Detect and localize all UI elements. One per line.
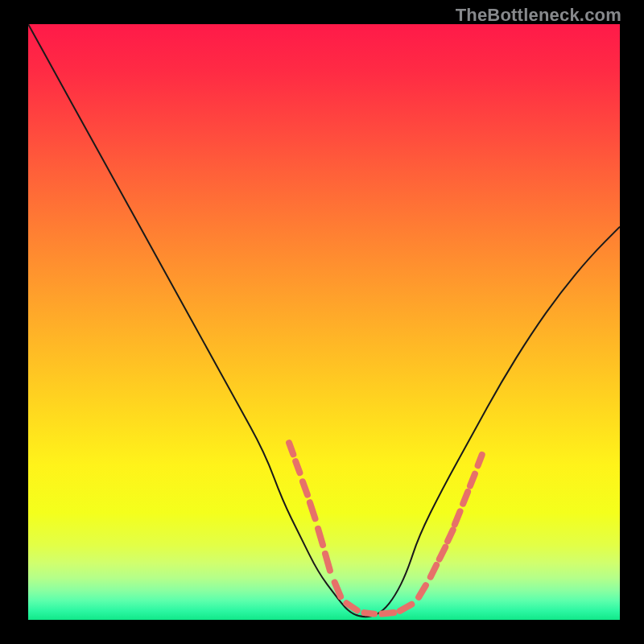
highlight-dash [382, 613, 394, 614]
highlight-dash [318, 529, 323, 545]
highlight-dash [478, 455, 482, 465]
highlight-dash [303, 481, 308, 494]
gradient-background [28, 24, 620, 620]
watermark-label: TheBottleneck.com [456, 5, 621, 26]
highlight-dash [325, 554, 330, 571]
highlight-dash [470, 474, 475, 486]
highlight-dash [463, 492, 468, 504]
highlight-dash [289, 443, 293, 454]
highlight-dash [295, 461, 299, 473]
highlight-dash [365, 613, 375, 614]
chart-frame [28, 24, 620, 620]
bottleneck-chart [28, 24, 620, 620]
